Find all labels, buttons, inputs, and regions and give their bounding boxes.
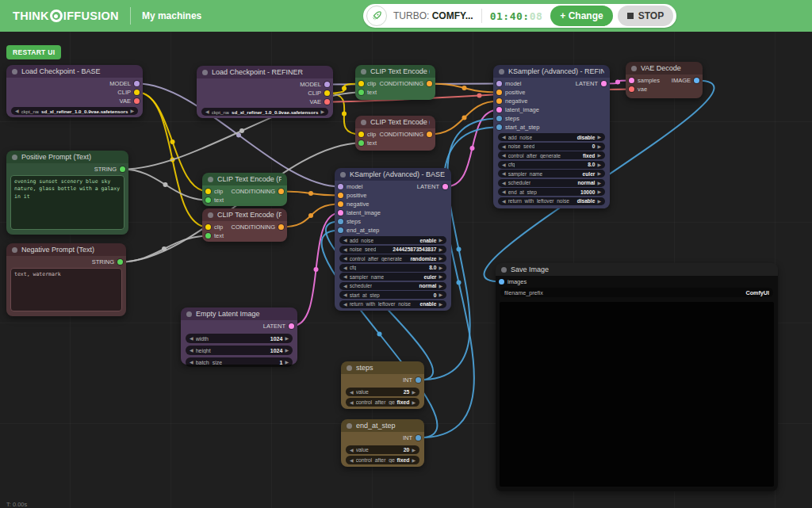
widget-value[interactable]: ◀value20▶ xyxy=(346,445,419,454)
node-header[interactable]: CLIP Text Encode (Prompt) xyxy=(355,116,435,128)
node-header[interactable]: Positive Prompt (Text) xyxy=(6,151,128,163)
collapse-dot-icon[interactable] xyxy=(12,247,17,253)
slot-dot[interactable] xyxy=(134,90,140,95)
decrement-arrow-icon[interactable]: ◀ xyxy=(350,400,354,405)
collapse-dot-icon[interactable] xyxy=(208,177,213,182)
increment-arrow-icon[interactable]: ▶ xyxy=(412,448,416,453)
decrement-arrow-icon[interactable]: ◀ xyxy=(343,247,347,252)
decrement-arrow-icon[interactable]: ◀ xyxy=(343,238,347,243)
increment-arrow-icon[interactable]: ▶ xyxy=(597,171,601,176)
link-midpoint-dot[interactable] xyxy=(170,157,175,162)
slot-dot[interactable] xyxy=(289,323,294,329)
decrement-arrow-icon[interactable]: ◀ xyxy=(502,181,506,185)
increment-arrow-icon[interactable]: ▶ xyxy=(412,390,416,395)
slot-dot[interactable] xyxy=(629,78,634,83)
increment-arrow-icon[interactable]: ▶ xyxy=(320,109,324,114)
decrement-arrow-icon[interactable]: ◀ xyxy=(343,265,347,270)
node-save-image[interactable]: Save Imageimagesfilename_prefixComfyUI xyxy=(496,263,778,491)
widget-sampler_name[interactable]: ◀sampler_nameeuler▶ xyxy=(498,170,605,178)
decrement-arrow-icon[interactable]: ◀ xyxy=(502,135,506,139)
decrement-arrow-icon[interactable]: ◀ xyxy=(190,360,193,365)
widget-scheduler[interactable]: ◀schedulernormal▶ xyxy=(339,282,446,290)
increment-arrow-icon[interactable]: ▶ xyxy=(597,181,601,185)
slot-dot[interactable] xyxy=(358,132,364,137)
widget-start_at_step[interactable]: ◀start_at_step0▶ xyxy=(339,291,446,299)
widget-control_after_gene[interactable]: ◀control_after_genefixed▶ xyxy=(346,398,419,407)
widget-scheduler[interactable]: ◀schedulernormal▶ xyxy=(498,179,605,187)
node-header[interactable]: end_at_step xyxy=(341,419,424,432)
decrement-arrow-icon[interactable]: ◀ xyxy=(190,348,193,353)
link-midpoint-dot[interactable] xyxy=(236,133,241,138)
decrement-arrow-icon[interactable]: ◀ xyxy=(205,109,209,114)
link-midpoint-dot[interactable] xyxy=(462,115,467,120)
slot-dot[interactable] xyxy=(134,81,140,86)
increment-arrow-icon[interactable]: ▶ xyxy=(439,284,442,288)
change-button[interactable]: + Change xyxy=(550,6,612,26)
collapse-dot-icon[interactable] xyxy=(186,311,192,317)
node-load-checkpoint-base[interactable]: Load Checkpoint - BASEMODELCLIPVAE◀ckpt_… xyxy=(6,65,143,117)
node-vae-decode[interactable]: VAE DecodesamplesvaeIMAGE xyxy=(626,62,703,98)
increment-arrow-icon[interactable]: ▶ xyxy=(597,162,601,167)
link-midpoint-dot[interactable] xyxy=(308,213,313,218)
node-header[interactable]: VAE Decode xyxy=(626,62,703,74)
widget-cfg[interactable]: ◀cfg8.0▶ xyxy=(339,264,446,272)
slot-dot[interactable] xyxy=(496,124,502,130)
node-header[interactable]: KSampler (Advanced) - BASE xyxy=(335,168,451,181)
slot-dot[interactable] xyxy=(338,193,343,198)
slot-dot[interactable] xyxy=(205,224,211,230)
slot-dot[interactable] xyxy=(427,81,432,86)
slot-dot[interactable] xyxy=(338,210,343,216)
increment-arrow-icon[interactable]: ▶ xyxy=(130,109,134,113)
slot-dot[interactable] xyxy=(358,140,364,146)
collapse-dot-icon[interactable] xyxy=(631,66,637,71)
decrement-arrow-icon[interactable]: ◀ xyxy=(502,144,506,149)
slot-dot[interactable] xyxy=(358,90,364,95)
increment-arrow-icon[interactable]: ▶ xyxy=(439,292,442,297)
node-clip-text-encode-negative-base[interactable]: CLIP Text Encode (Prompt)cliptextCONDITI… xyxy=(202,208,287,242)
slot-dot[interactable] xyxy=(205,197,211,203)
collapse-dot-icon[interactable] xyxy=(12,155,17,160)
decrement-arrow-icon[interactable]: ◀ xyxy=(343,256,347,261)
node-header[interactable]: Empty Latent Image xyxy=(181,307,297,320)
nav-my-machines[interactable]: My machines xyxy=(142,10,201,21)
slot-dot[interactable] xyxy=(496,116,502,121)
node-header[interactable]: KSampler (Advanced) - REFINER xyxy=(493,65,610,78)
node-canvas[interactable]: RESTART UI T: 0.00s I: 0 N: 15 [15] Load… xyxy=(0,32,812,508)
slot-dot[interactable] xyxy=(324,90,330,96)
node-header[interactable]: CLIP Text Encode (Prompt) xyxy=(202,208,287,221)
widget-noise_seed[interactable]: ◀noise_seed0▶ xyxy=(498,143,605,151)
node-header[interactable]: Negative Prompt (Text) xyxy=(6,243,126,256)
widget-width[interactable]: ◀width1024▶ xyxy=(186,334,293,343)
link-midpoint-dot[interactable] xyxy=(457,281,462,285)
link-midpoint-dot[interactable] xyxy=(308,191,313,196)
widget-cfg[interactable]: ◀cfg8.0▶ xyxy=(498,161,605,169)
slot-dot[interactable] xyxy=(427,132,432,137)
slot-dot[interactable] xyxy=(278,189,284,194)
collapse-dot-icon[interactable] xyxy=(361,120,366,125)
slot-dot[interactable] xyxy=(496,107,502,113)
widget-return_with_leftover_noise[interactable]: ◀return_with_leftover_noiseenable▶ xyxy=(339,300,446,308)
slot-dot[interactable] xyxy=(416,435,421,441)
slot-dot[interactable] xyxy=(629,86,634,92)
link-midpoint-dot[interactable] xyxy=(342,86,347,91)
link-midpoint-dot[interactable] xyxy=(170,139,175,144)
slot-dot[interactable] xyxy=(205,233,211,239)
collapse-dot-icon[interactable] xyxy=(202,70,208,75)
widget-noise_seed[interactable]: ◀noise_seed244425873543837▶ xyxy=(339,246,446,254)
node-header[interactable]: Load Checkpoint - REFINER xyxy=(197,66,333,78)
widget-end_at_step[interactable]: ◀end_at_step10000▶ xyxy=(498,188,605,196)
node-ksampler-advanced-base[interactable]: KSampler (Advanced) - BASEmodelpositiven… xyxy=(335,168,451,311)
slot-dot[interactable] xyxy=(338,227,343,233)
increment-arrow-icon[interactable]: ▶ xyxy=(285,348,289,353)
collapse-dot-icon[interactable] xyxy=(208,212,213,218)
restart-ui-button[interactable]: RESTART UI xyxy=(6,45,61,59)
link-midpoint-dot[interactable] xyxy=(462,86,467,90)
node-header[interactable]: CLIP Text Encode (Prompt) xyxy=(355,65,435,78)
prompt-textarea[interactable]: evening sunset scenery blue sky nature, … xyxy=(10,175,124,230)
decrement-arrow-icon[interactable]: ◀ xyxy=(502,171,506,176)
node-clip-text-encode-negative-refiner[interactable]: CLIP Text Encode (Prompt)cliptextCONDITI… xyxy=(355,116,435,151)
widget-control_after_generate[interactable]: ◀control_after_generatefixed▶ xyxy=(498,151,605,159)
node-header[interactable]: steps xyxy=(341,361,424,374)
node-clip-text-encode-positive-base[interactable]: CLIP Text Encode (Prompt)cliptextCONDITI… xyxy=(202,173,287,206)
collapse-dot-icon[interactable] xyxy=(340,172,346,178)
